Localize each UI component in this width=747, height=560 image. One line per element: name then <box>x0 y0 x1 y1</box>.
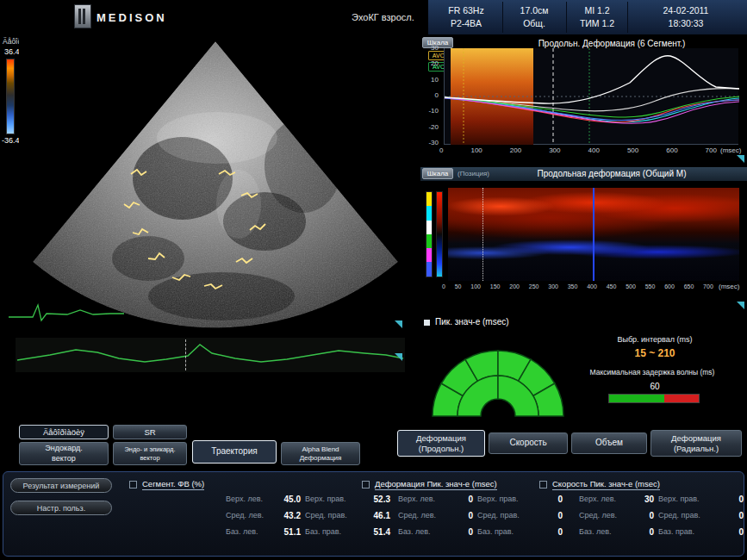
mmode-title: Продольная деформация (Общий M) <box>482 169 741 178</box>
row-label: Баз. лев. <box>226 527 267 537</box>
result-button-label: Результат измерений <box>23 482 100 490</box>
exam-preset: ЭхоКГ взросл. <box>352 12 414 22</box>
volume-button[interactable]: Объем <box>571 432 647 454</box>
endo-epicardial-vector-button[interactable]: Эндо- и эпикард. вектор <box>113 442 187 465</box>
deform-rad-line1: Деформация <box>671 433 721 444</box>
row-label: Верх. прав. <box>477 495 527 504</box>
ef-checkbox[interactable] <box>129 481 137 488</box>
sr-mode-button[interactable]: SR <box>113 425 187 439</box>
stat-datetime: 24-02-2011 18:30:33 <box>630 3 742 31</box>
row-value: 0 <box>625 527 654 537</box>
x-tick: 200 <box>509 283 520 289</box>
x-tick: 600 <box>664 283 675 289</box>
strain-x-unit: (msec) <box>720 146 741 154</box>
row-label: Баз. лев. <box>579 527 620 537</box>
row-label: Сред. прав. <box>658 511 708 520</box>
strain-plot-area <box>444 48 738 145</box>
strain-curves <box>445 48 739 145</box>
x-tick: 200 <box>510 146 521 154</box>
row-label: Баз. прав. <box>658 527 708 537</box>
mmode-time-cursor[interactable] <box>593 188 594 281</box>
deformation-mode-button[interactable]: Äåôîðìàöèÿ <box>19 425 109 439</box>
mmode-select-cursor[interactable] <box>482 188 483 281</box>
group-velocity-header: Скорость Пик. знач-е (msec) <box>539 479 660 490</box>
corner-marker[interactable] <box>737 155 744 163</box>
x-tick: 0 <box>439 146 443 154</box>
row-value: 45.0 <box>271 495 301 504</box>
deformation-radial-button[interactable]: Деформация (Радиальн.) <box>651 430 742 457</box>
x-tick: 700 <box>706 146 717 154</box>
ultrasound-console-screen: MEDISON ЭхоКГ взросл. FR 63Hz P2-4BA 17.… <box>0 0 747 560</box>
alpha-line2: Деформация <box>300 454 342 463</box>
row-value: 52.3 <box>359 495 390 504</box>
row-label: Сред. лев. <box>398 511 439 520</box>
x-tick: 300 <box>549 146 560 154</box>
group-deformation-header: Деформация Пик. знач-е (msec) <box>362 479 497 490</box>
row-label: Баз. лев. <box>398 527 439 537</box>
x-tick: 100 <box>470 283 481 289</box>
y-tick: 0 <box>435 91 439 99</box>
strain-colorbar <box>6 59 15 134</box>
x-tick: 500 <box>626 283 636 289</box>
row-value: 0 <box>532 527 563 537</box>
row-label: Баз. прав. <box>477 527 527 537</box>
row-label: Верх. прав. <box>658 495 708 504</box>
strain-x-axis: 0 100 200 300 400 500 600 700 <box>439 146 717 154</box>
strain-scale-legend <box>436 191 443 277</box>
header-divider <box>502 2 503 33</box>
endocardial-vector-button[interactable]: Эндокард. вектор <box>19 442 109 465</box>
deformation-peak-checkbox[interactable] <box>362 481 370 488</box>
segment-color-legend <box>426 191 433 277</box>
endo-epi-line2: вектор <box>140 454 159 462</box>
y-tick: 10 <box>431 76 439 84</box>
ecg-cursor[interactable] <box>185 339 186 370</box>
date-value: 24-02-2011 <box>663 4 709 17</box>
velocity-button[interactable]: Скорость <box>489 432 568 454</box>
row-value: 0 <box>444 511 473 520</box>
row-value: 51.4 <box>359 527 390 537</box>
x-tick: 50 <box>455 283 462 289</box>
row-label: Сред. прав. <box>477 511 527 520</box>
row-value: 0 <box>444 527 473 537</box>
mmode-map <box>448 188 739 281</box>
velocity-peak-checkbox[interactable] <box>539 481 547 488</box>
scale-button[interactable]: Шкала <box>422 168 453 179</box>
alpha-blend-button[interactable]: Alpha Blend Деформация <box>281 442 360 465</box>
deformation-header-label: Деформация Пик. знач-е (msec) <box>375 479 497 490</box>
interval-value: 15 ~ 210 <box>569 347 741 359</box>
x-tick: 100 <box>470 146 482 154</box>
ef-header-label: Сегмент. ФВ (%) <box>142 479 204 490</box>
deform-rad-line2: (Радиальн.) <box>674 444 719 454</box>
x-tick: 300 <box>548 283 558 289</box>
x-tick: 250 <box>529 283 539 289</box>
row-value: 0 <box>713 527 744 537</box>
stat-probe: P2-4BA <box>451 17 482 30</box>
user-settings-button[interactable]: Настр. польз. <box>10 501 112 515</box>
sr-mode-label: SR <box>144 427 155 438</box>
corner-marker[interactable] <box>395 320 402 328</box>
endo-epi-line1: Эндо- и эпикард. <box>124 445 175 453</box>
velocity-label: Скорость <box>509 438 546 449</box>
endo-line2: вектор <box>52 454 76 464</box>
x-tick: 0 <box>442 283 445 289</box>
y-tick: 20 <box>431 59 439 67</box>
trajectory-button[interactable]: Траектория <box>192 440 277 464</box>
x-tick: 400 <box>587 283 597 289</box>
header-divider <box>566 2 567 33</box>
corner-marker[interactable] <box>737 302 744 309</box>
row-value: 0 <box>532 511 563 520</box>
deformation-longitudinal-button[interactable]: Деформация (Продольн.) <box>397 430 485 457</box>
medison-logo-icon <box>74 4 91 28</box>
delay-value: 60 <box>569 382 741 391</box>
mmode-x-unit: (msec) <box>719 283 739 290</box>
velocity-header-label: Скорость Пик. знач-е (msec) <box>552 479 660 490</box>
deform-long-line1: Деформация <box>416 433 466 444</box>
measurement-result-button[interactable]: Результат измерений <box>10 478 112 493</box>
volume-label: Объем <box>595 438 623 449</box>
mmode-x-axis: 0 50 100 150 200 250 300 350 400 450 500… <box>442 283 713 289</box>
stat-mi: MI 1.2 ТИМ 1.2 <box>569 3 626 31</box>
group-ef-table: Верх. лев. 45.0 Верх. прав. 52.3 Сред. л… <box>226 495 390 537</box>
corner-marker[interactable] <box>395 353 402 361</box>
settings-button-label: Настр. польз. <box>37 504 85 513</box>
brand-name: MEDISON <box>96 11 167 24</box>
